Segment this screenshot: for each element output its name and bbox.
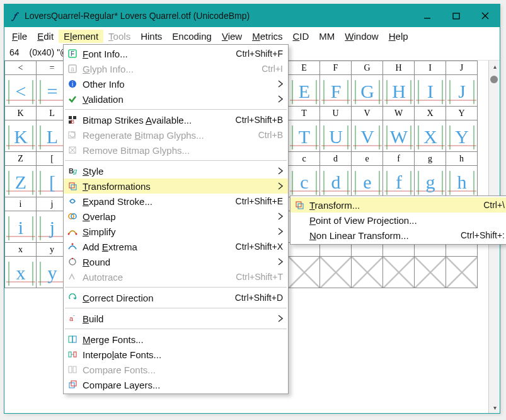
menu-edit[interactable]: Edit [32,30,59,43]
transform-icon [293,199,306,211]
menu-help[interactable]: Help [384,30,413,43]
menu-file[interactable]: File [7,30,32,43]
scroll-up-icon[interactable]: ▴ [489,61,500,72]
svg-text:J: J [458,81,466,102]
glyph-cell[interactable] [352,257,383,288]
svg-rect-307 [71,381,76,386]
glyph-cell[interactable]: J [446,75,478,107]
svg-rect-300 [72,336,76,342]
menu-view[interactable]: View [217,30,247,43]
menu-hints[interactable]: Hints [135,30,167,43]
menuitem-point-of-view-projection[interactable]: Point of View Projection... [290,213,506,228]
menuitem-round[interactable]: Round [64,254,288,269]
glyph-cell[interactable]: I [415,75,446,107]
bitmap-icon: B [66,114,79,125]
close-button[interactable] [471,4,500,27]
menuitem-compare-layers[interactable]: Compare Layers... [64,377,288,392]
glyph-cell[interactable]: X [415,120,446,152]
menuitem-validation[interactable]: Validation [64,91,288,107]
glyph-cell[interactable]: i [5,211,37,243]
svg-point-295 [69,259,76,265]
menuitem-label: Overlap [83,211,272,222]
scroll-down-icon[interactable]: ▾ [489,402,500,413]
compare-fonts-icon [66,364,79,375]
glyph-cell[interactable]: d [320,166,352,197]
glyph-cell[interactable]: c [289,166,320,197]
glyph-cell[interactable] [289,257,320,288]
simplify-icon [66,226,79,237]
svg-rect-1 [453,13,459,19]
menuitem-correct-direction[interactable]: Correct DirectionCtrl+Shift+D [64,290,288,305]
menuitem-non-linear-transform[interactable]: Non Linear Transform...Ctrl+Shift+: [290,228,506,243]
menuitem-label: Transformations [83,181,272,192]
glyph-cell[interactable]: e [352,166,383,197]
glyph-cell[interactable]: g [415,166,446,197]
glyph-header: g [415,152,446,166]
menuitem-interpolate-fonts[interactable]: Interpolate Fonts... [64,347,288,362]
maximize-button[interactable] [442,4,471,27]
menuitem-label: Bitmap Strikes Available... [83,115,224,125]
glyph-cell[interactable]: U [320,120,352,152]
menuitem-style[interactable]: BgStyle [64,163,288,178]
app-icon: 𝑓 [9,11,20,21]
glyph-cell[interactable]: < [5,75,37,107]
glyph-cell[interactable]: V [352,120,383,152]
svg-rect-305 [73,366,76,373]
svg-rect-309 [298,204,303,209]
svg-text:F: F [330,81,341,102]
glyph-cell[interactable]: F [320,75,352,107]
scroll-thumb[interactable] [490,76,498,83]
svg-text:X: X [423,126,437,147]
menuitem-expand-stroke[interactable]: Expand Stroke...Ctrl+Shift+E [64,194,288,209]
glyph-cell[interactable]: H [383,75,415,107]
svg-text:x: x [16,262,25,283]
menuitem-label: Point of View Projection... [309,215,505,226]
glyph-cell[interactable]: E [289,75,320,107]
menuitem-simplify[interactable]: Simplify [64,224,288,239]
menuitem-other-info[interactable]: iOther Info [64,76,288,91]
menu-mm[interactable]: MM [314,30,340,43]
glyph-cell[interactable]: K [5,120,37,152]
glyph-cell[interactable] [383,257,415,288]
svg-rect-308 [296,202,301,207]
glyph-cell[interactable]: h [446,166,478,197]
glyph-cell[interactable] [415,257,446,288]
glyph-cell[interactable]: f [383,166,415,197]
menuitem-font-info[interactable]: FFont Info...Ctrl+Shift+F [64,46,288,61]
glyph-cell[interactable]: x [5,257,37,288]
menuitem-bitmap-strikes-available[interactable]: BBitmap Strikes Available...Ctrl+Shift+B [64,112,288,127]
menuitem-transform[interactable]: Transform...Ctrl+\ [290,197,506,213]
glyph-header: U [320,107,352,120]
menuitem-overlap[interactable]: Overlap [64,209,288,224]
glyph-cell[interactable] [446,257,478,288]
menu-element[interactable]: Element [59,30,103,43]
menu-encoding[interactable]: Encoding [167,30,217,43]
glyph-cell[interactable]: Y [446,120,478,152]
svg-point-292 [68,233,70,235]
glyph-cell[interactable]: G [352,75,383,107]
menuitem-merge-fonts[interactable]: Merge Fonts... [64,332,288,347]
svg-text:g: g [425,172,435,192]
glyph-header: K [5,107,37,120]
menu-window[interactable]: Window [340,30,383,43]
svg-text:=: = [47,81,57,102]
menuitem-build[interactable]: aˆBuild [64,311,288,326]
glyph-cell[interactable]: T [289,120,320,152]
svg-rect-301 [69,352,71,357]
glyph-header: < [5,61,37,75]
menu-tools[interactable]: Tools [103,30,135,43]
menu-cid[interactable]: CID [287,30,314,43]
glyph-cell[interactable]: Z [5,166,37,197]
menuitem-label: Non Linear Transform... [309,230,449,241]
glyph-cell[interactable]: W [383,120,415,152]
glyph-header: c [289,152,320,166]
transformations-submenu: Transform...Ctrl+\Point of View Projecti… [290,195,506,245]
compare-layers-icon [66,379,79,390]
glyph-info-icon: a [66,63,79,74]
menu-metrics[interactable]: Metrics [247,30,287,43]
menuitem-transformations[interactable]: Transformations [64,178,288,194]
menuitem-add-extrema[interactable]: Add ExtremaCtrl+Shift+X [64,239,288,254]
menuitem-glyph-info: aGlyph Info...Ctrl+I [64,61,288,76]
minimize-button[interactable] [413,4,442,27]
glyph-cell[interactable] [320,257,352,288]
